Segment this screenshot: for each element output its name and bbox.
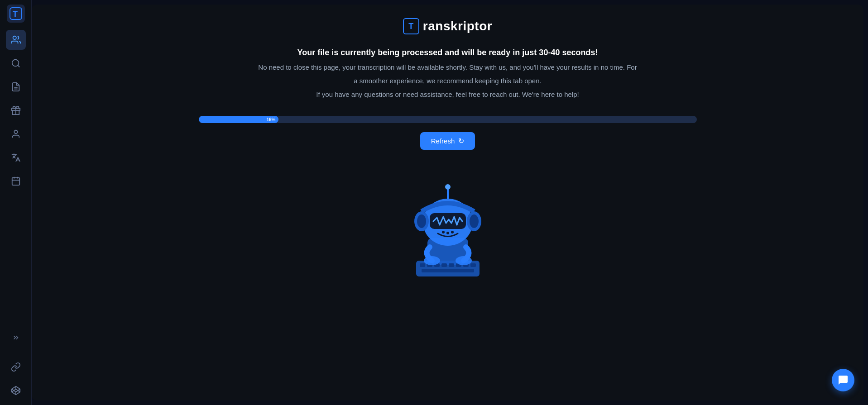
svg-point-39: [451, 231, 454, 233]
main-content: T ranskriptor Your file is currently bei…: [32, 5, 863, 400]
progress-label: 16%: [266, 117, 275, 122]
sidebar-expand-button[interactable]: [6, 331, 26, 344]
progress-fill: 16%: [199, 116, 278, 123]
svg-rect-21: [441, 263, 447, 267]
sidebar-item-calendar[interactable]: [6, 171, 26, 191]
app-logo-letter: T: [408, 22, 413, 31]
robot-illustration: [384, 163, 511, 281]
svg-point-3: [12, 60, 19, 67]
sidebar-item-translate[interactable]: [6, 148, 26, 167]
sidebar: T: [0, 0, 32, 405]
svg-point-31: [417, 214, 426, 228]
status-line3: a smoother experience, we recommend keep…: [258, 76, 637, 86]
app-title: ranskriptor: [423, 19, 492, 33]
svg-point-35: [445, 184, 451, 190]
status-line2: No need to close this page, your transcr…: [258, 62, 637, 73]
sidebar-logo[interactable]: T: [7, 5, 25, 23]
progress-container: 16%: [199, 116, 697, 123]
status-section: Your file is currently being processed a…: [258, 48, 637, 100]
status-line1: Your file is currently being processed a…: [258, 48, 637, 57]
sidebar-item-user[interactable]: [6, 124, 26, 144]
sidebar-item-document[interactable]: [6, 77, 26, 97]
svg-point-33: [470, 214, 479, 228]
svg-point-38: [446, 232, 449, 234]
svg-rect-25: [470, 263, 476, 267]
svg-text:T: T: [13, 10, 18, 19]
svg-rect-22: [449, 263, 454, 267]
app-logo-box: T: [403, 18, 419, 34]
refresh-label: Refresh: [431, 137, 455, 145]
progress-track: 16%: [199, 116, 697, 123]
refresh-icon: ↻: [458, 137, 464, 145]
svg-rect-18: [420, 263, 425, 267]
svg-rect-26: [422, 269, 474, 272]
chat-button[interactable]: [832, 369, 854, 391]
sidebar-item-gift[interactable]: [6, 100, 26, 120]
sidebar-item-team[interactable]: [6, 30, 26, 50]
svg-point-2: [13, 36, 16, 39]
svg-point-37: [442, 231, 445, 233]
sidebar-item-link[interactable]: [6, 357, 26, 377]
sidebar-item-diamond[interactable]: [6, 381, 26, 400]
svg-rect-9: [12, 178, 19, 186]
refresh-button[interactable]: Refresh ↻: [420, 132, 475, 150]
app-header: T ranskriptor: [403, 18, 492, 34]
status-line4: If you have any questions or need assist…: [258, 89, 637, 100]
svg-point-8: [14, 130, 17, 133]
sidebar-item-search[interactable]: [6, 53, 26, 73]
